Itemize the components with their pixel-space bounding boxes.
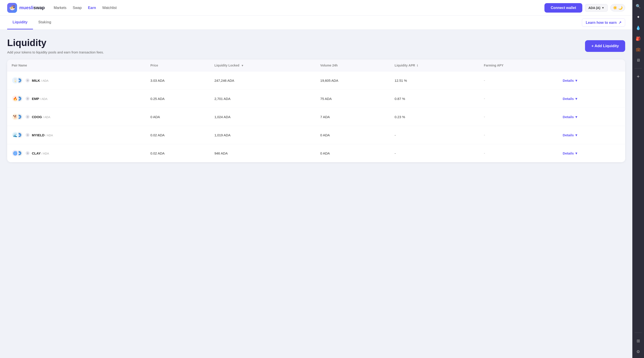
col-liquidity-locked[interactable]: Liquidity Locked ▼ (210, 60, 316, 71)
table-row: 🐕 ₳ ⚙ CDOG / ADA 0 ADA 1,024 ADA 7 ADA (7, 108, 625, 126)
right-sidebar: 🔍 ✦ 💧 🎒 💼 🖥 + ⊞ ⚙ (632, 0, 644, 358)
price-cell-0: 3.03 ADA (146, 71, 210, 90)
currency-label: ADA (A) (588, 6, 600, 10)
logo-icon: 🍜 (7, 3, 17, 13)
col-price: Price (146, 60, 210, 71)
pair-label: CLAY / ADA (32, 151, 49, 155)
chevron-down-icon: ▼ (575, 79, 578, 82)
pair-name-cell-4: 🌀 ₳ ⚙ CLAY / ADA (7, 144, 146, 162)
logo[interactable]: 🍜 muesliswap (7, 3, 44, 13)
monitor-icon[interactable]: 🖥 (634, 57, 642, 64)
volume-cell-2: 7 ADA (316, 108, 390, 126)
navbar: 🍜 muesliswap Markets Swap Earn Watchlist… (0, 0, 632, 16)
col-liquidity-apr: Liquidity APR ℹ (390, 60, 480, 71)
pair-name-cell-1: 🔥 ₳ ⚙ EMP / ADA (7, 90, 146, 108)
add-liquidity-button[interactable]: + Add Liquidity (585, 40, 625, 52)
info-icon[interactable]: ℹ (417, 64, 418, 67)
apr-cell-4: - (390, 144, 480, 162)
liquidity-cell-4: 946 ADA (210, 144, 316, 162)
star-icon[interactable]: ✦ (634, 14, 642, 21)
settings-icon[interactable]: ⚙ (634, 348, 642, 355)
liquidity-cell-3: 1,019 ADA (210, 126, 316, 144)
office-icon[interactable]: 💼 (634, 46, 642, 53)
col-volume-24h: Volume 24h (316, 60, 390, 71)
farming-cell-1: - (480, 90, 558, 108)
token1-icon: 🥛 (12, 77, 19, 84)
table-row: 🌀 ₳ ⚙ CLAY / ADA 0.02 ADA 946 ADA 0 ADA (7, 144, 625, 162)
page-header-left: Liquidity Add your tokens to liquidity p… (7, 38, 104, 54)
details-button-1[interactable]: Details ▼ (563, 97, 621, 101)
learn-how-button[interactable]: Learn how to earn ↗ (582, 19, 625, 27)
farming-cell-2: - (480, 108, 558, 126)
actions-cell-0: Details ▼ (558, 71, 625, 90)
liquidity-cell-1: 2,701 ADA (210, 90, 316, 108)
farming-cell-0: - (480, 71, 558, 90)
col-pair-name: Pair Name (7, 60, 146, 71)
nav-watchlist[interactable]: Watchlist (102, 6, 116, 10)
apr-cell-1: 0.87 % (390, 90, 480, 108)
nav-links: Markets Swap Earn Watchlist (54, 6, 537, 10)
nav-swap[interactable]: Swap (73, 6, 82, 10)
nav-markets[interactable]: Markets (54, 6, 66, 10)
table-row: 🥛 ₳ ⚙ MILK / ADA 3.03 ADA 247,246 ADA 19… (7, 71, 625, 90)
sort-icon: ▼ (241, 64, 244, 67)
details-button-3[interactable]: Details ▼ (563, 133, 621, 137)
token1-icon: 🌊 (12, 131, 19, 139)
main-wrapper: 🍜 muesliswap Markets Swap Earn Watchlist… (0, 0, 632, 358)
details-button-2[interactable]: Details ▼ (563, 115, 621, 119)
nav-earn[interactable]: Earn (88, 6, 96, 10)
pair-label: MYIELD / ADA (32, 133, 53, 137)
settings-small-icon: ⚙ (26, 151, 30, 155)
volume-cell-3: 0 ADA (316, 126, 390, 144)
currency-selector[interactable]: ADA (A) ▼ (585, 4, 608, 12)
table-row: 🌊 ₳ ⚙ MYIELD / ADA 0.02 ADA 1,019 ADA 0 … (7, 126, 625, 144)
details-button-0[interactable]: Details ▼ (563, 79, 621, 82)
moon-icon: 🌙 (618, 6, 623, 10)
search-icon[interactable]: 🔍 (634, 3, 642, 10)
page-header: Liquidity Add your tokens to liquidity p… (7, 30, 625, 60)
liquidity-table-container: Pair Name Price Liquidity Locked ▼ Volum… (7, 60, 625, 162)
liquidity-table: Pair Name Price Liquidity Locked ▼ Volum… (7, 60, 625, 162)
price-cell-2: 0 ADA (146, 108, 210, 126)
price-cell-1: 0.25 ADA (146, 90, 210, 108)
terminal-icon[interactable]: ⊞ (634, 337, 642, 344)
token1-icon: 🔥 (12, 95, 19, 102)
settings-small-icon: ⚙ (26, 133, 30, 137)
logo-text: muesliswap (19, 5, 44, 10)
details-button-4[interactable]: Details ▼ (563, 151, 621, 155)
liquidity-cell-2: 1,024 ADA (210, 108, 316, 126)
price-cell-4: 0.02 ADA (146, 144, 210, 162)
theme-toggle[interactable]: ☀️ 🌙 (610, 4, 625, 12)
settings-small-icon: ⚙ (26, 97, 30, 101)
bag-icon[interactable]: 🎒 (634, 35, 642, 42)
col-actions (558, 60, 625, 71)
table-row: 🔥 ₳ ⚙ EMP / ADA 0.25 ADA 2,701 ADA 75 AD… (7, 90, 625, 108)
volume-cell-4: 0 ADA (316, 144, 390, 162)
tabs: Liquidity Staking (7, 16, 56, 30)
tab-liquidity[interactable]: Liquidity (7, 16, 33, 30)
sidebar-divider-2 (634, 333, 642, 333)
token1-icon: 🌀 (12, 149, 19, 157)
tab-staking[interactable]: Staking (33, 16, 57, 30)
table-header-row: Pair Name Price Liquidity Locked ▼ Volum… (7, 60, 625, 71)
tabs-bar: Liquidity Staking Learn how to earn ↗ (0, 16, 632, 30)
drop-icon[interactable]: 💧 (634, 24, 642, 32)
external-link-icon: ↗ (618, 21, 621, 25)
actions-cell-4: Details ▼ (558, 144, 625, 162)
pair-label: MILK / ADA (32, 79, 48, 82)
connect-wallet-button[interactable]: Connect wallet (544, 3, 582, 13)
page-title: Liquidity (7, 38, 104, 48)
settings-small-icon: ⚙ (26, 115, 30, 119)
pair-label: CDOG / ADA (32, 115, 50, 119)
actions-cell-2: Details ▼ (558, 108, 625, 126)
token1-icon: 🐕 (12, 113, 19, 120)
pair-label: EMP / ADA (32, 97, 48, 101)
navbar-right: Connect wallet ADA (A) ▼ ☀️ 🌙 (544, 3, 625, 13)
actions-cell-3: Details ▼ (558, 126, 625, 144)
pair-name-cell-3: 🌊 ₳ ⚙ MYIELD / ADA (7, 126, 146, 144)
content: Liquidity Staking Learn how to earn ↗ Li… (0, 16, 632, 169)
plus-icon[interactable]: + (634, 73, 642, 80)
col-farming-apy: Farming APY (480, 60, 558, 71)
page-subtitle: Add your tokens to liquidity pools and e… (7, 50, 104, 54)
apr-cell-0: 12.51 % (390, 71, 480, 90)
